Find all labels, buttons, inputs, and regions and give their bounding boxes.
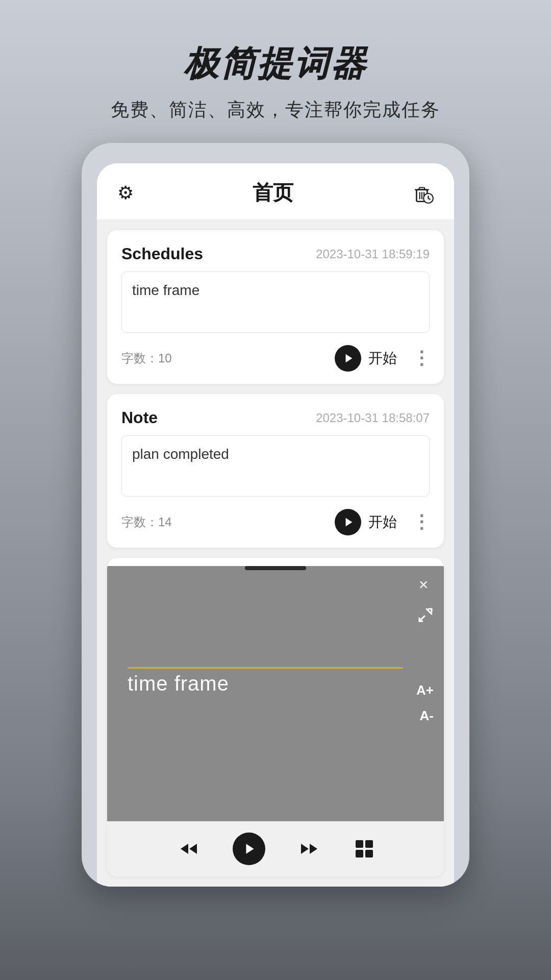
tp-display-text: time frame [128, 672, 423, 695]
tp-bottom-controls [107, 821, 444, 876]
schedules-more-button[interactable]: ⋮ [412, 348, 430, 369]
content-area: Schedules 2023-10-31 18:59:19 time frame… [97, 220, 454, 887]
note-textarea[interactable]: plan completed [121, 435, 430, 497]
schedules-timestamp: 2023-10-31 18:59:19 [316, 247, 430, 261]
schedules-start-label: 开始 [368, 349, 397, 368]
svg-rect-2 [419, 187, 425, 189]
svg-marker-18 [189, 844, 197, 854]
svg-marker-10 [345, 518, 352, 527]
trash-clock-icon[interactable] [412, 182, 434, 204]
svg-marker-9 [345, 354, 352, 363]
note-card-header: Note 2023-10-31 18:58:07 [121, 408, 430, 427]
note-play-button[interactable] [335, 509, 361, 535]
note-footer: 字数：14 开始 ⋮ [121, 509, 430, 535]
svg-marker-21 [310, 844, 317, 854]
schedules-title: Schedules [121, 244, 203, 263]
note-play-area: 开始 [335, 509, 397, 535]
settings-icon[interactable]: ⚙ [117, 182, 134, 204]
schedules-card-header: Schedules 2023-10-31 18:59:19 [121, 244, 430, 263]
teleprompter-card: × time frame [107, 558, 444, 876]
tp-rewind-button[interactable] [176, 836, 202, 862]
teleprompter-display: × time frame [107, 566, 444, 821]
note-title: Note [121, 408, 158, 427]
tp-forward-button[interactable] [296, 836, 322, 862]
tp-grid-button[interactable] [353, 838, 375, 860]
schedules-card: Schedules 2023-10-31 18:59:19 time frame… [107, 230, 444, 384]
tp-font-decrease-button[interactable]: A- [420, 708, 434, 724]
tp-text-area: time frame A+ A- [107, 570, 444, 716]
note-start-label: 开始 [368, 512, 397, 532]
tp-progress-line [128, 667, 403, 669]
svg-marker-19 [246, 844, 254, 854]
tp-notch [245, 566, 306, 570]
schedules-play-button[interactable] [335, 345, 361, 372]
app-header: 极简提词器 免费、简洁、高效，专注帮你完成任务 [111, 0, 440, 122]
svg-marker-17 [181, 844, 188, 854]
top-bar: ⚙ 首页 [97, 163, 454, 220]
page-title: 首页 [253, 179, 293, 207]
schedules-play-area: 开始 [335, 345, 397, 372]
app-subtitle: 免费、简洁、高效，专注帮你完成任务 [111, 97, 440, 122]
grid-icon [356, 840, 373, 857]
tp-font-increase-button[interactable]: A+ [416, 682, 434, 698]
app-title: 极简提词器 [111, 41, 440, 87]
tp-play-button[interactable] [233, 832, 265, 865]
note-word-count: 字数：14 [121, 514, 335, 530]
svg-marker-20 [301, 844, 309, 854]
schedules-word-count: 字数：10 [121, 350, 335, 366]
note-timestamp: 2023-10-31 18:58:07 [316, 411, 430, 425]
note-more-button[interactable]: ⋮ [412, 511, 430, 533]
schedules-textarea[interactable]: time frame [121, 272, 430, 333]
schedules-footer: 字数：10 开始 ⋮ [121, 345, 430, 372]
note-card: Note 2023-10-31 18:58:07 plan completed … [107, 394, 444, 548]
phone-mockup: ⚙ 首页 [82, 143, 469, 887]
phone-screen: ⚙ 首页 [97, 163, 454, 887]
